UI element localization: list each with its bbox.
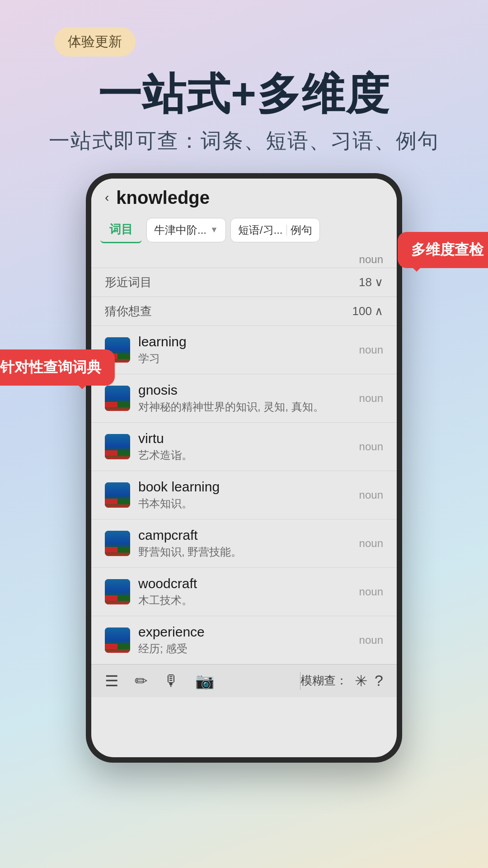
word-chinese: 学习 <box>138 351 351 366</box>
word-english: woodcraft <box>138 576 351 591</box>
hero-section: 一站式+多维度 一站式即可查：词条、短语、习语、例句 <box>0 70 488 155</box>
dictionary-label: 牛津中阶... <box>154 223 206 237</box>
word-english: learning <box>138 334 351 349</box>
fuzzy-search-label: 模糊查： <box>300 673 347 689</box>
hero-subtitle: 一站式即可查：词条、短语、习语、例句 <box>27 127 461 155</box>
word-item-campcraft[interactable]: campcraft 野营知识, 野营技能。 noun <box>91 519 397 567</box>
word-item-gnosis[interactable]: gnosis 对神秘的精神世界的知识, 灵知, 真知。 noun <box>91 374 397 422</box>
guess-words-title: 猜你想查 <box>105 303 152 319</box>
word-content-gnosis: gnosis 对神秘的精神世界的知识, 灵知, 真知。 <box>138 382 351 414</box>
phone-mockup: ‹ knowledge 词目 牛津中阶... ▼ 短语/习... 例句 noun <box>86 173 402 763</box>
word-content-learning: learning 学习 <box>138 334 351 366</box>
tab-dictionary-dropdown[interactable]: 牛津中阶... ▼ <box>146 218 226 242</box>
word-chinese: 经历; 感受 <box>138 642 351 656</box>
dropdown-arrow: ▼ <box>210 225 218 235</box>
word-pos: noun <box>359 585 383 598</box>
word-item-book-learning[interactable]: book learning 书本知识。 noun <box>91 471 397 519</box>
word-english: virtu <box>138 431 351 446</box>
word-content-experience: experience 经历; 感受 <box>138 624 351 656</box>
phone-wrapper: 多维度查检 针对性查询词典 ‹ knowledge 词目 牛津中阶... ▼ 短… <box>0 173 488 763</box>
similar-words-count: 18 ∨ <box>359 275 383 289</box>
camera-icon[interactable]: 📷 <box>195 672 214 690</box>
similar-words-header[interactable]: 形近词目 18 ∨ <box>91 268 397 297</box>
word-list: learning 学习 noun gnosis 对神秘的精神世界的知识, 灵知,… <box>91 326 397 664</box>
phrase-label: 短语/习... <box>238 223 283 237</box>
toolbar-right: 模糊查： ✳ ? <box>300 672 383 690</box>
word-icon-gnosis <box>105 386 130 411</box>
tooltip-multidimension: 多维度查检 <box>398 232 488 268</box>
guess-words-header[interactable]: 猜你想查 100 ∧ <box>91 297 397 326</box>
edit-icon[interactable]: ✏ <box>135 672 147 690</box>
word-pos: noun <box>359 489 383 501</box>
hero-title: 一站式+多维度 <box>27 70 461 118</box>
menu-icon[interactable]: ☰ <box>105 672 118 690</box>
word-pos: noun <box>359 440 383 453</box>
phone-screen: ‹ knowledge 词目 牛津中阶... ▼ 短语/习... 例句 noun <box>91 179 397 757</box>
word-content-virtu: virtu 艺术造诣。 <box>138 431 351 462</box>
word-icon-virtu <box>105 434 130 459</box>
word-item-experience[interactable]: experience 经历; 感受 noun <box>91 616 397 664</box>
word-chinese: 书本知识。 <box>138 496 351 511</box>
word-content-campcraft: campcraft 野营知识, 野营技能。 <box>138 528 351 559</box>
word-item-woodcraft[interactable]: woodcraft 木工技术。 noun <box>91 567 397 616</box>
phone-topbar: ‹ knowledge <box>91 179 397 212</box>
tab-cidiao[interactable]: 词目 <box>100 217 142 243</box>
word-content-book-learning: book learning 书本知识。 <box>138 479 351 511</box>
search-word-display: knowledge <box>116 188 383 208</box>
back-button[interactable]: ‹ <box>105 190 109 205</box>
toolbar-left: ☰ ✏ 🎙 📷 <box>105 672 300 690</box>
word-english: book learning <box>138 479 351 495</box>
word-chinese: 野营知识, 野营技能。 <box>138 545 351 559</box>
guess-words-count: 100 ∧ <box>352 304 383 318</box>
word-chinese: 对神秘的精神世界的知识, 灵知, 真知。 <box>138 400 351 414</box>
word-content-woodcraft: woodcraft 木工技术。 <box>138 576 351 608</box>
word-pos: noun <box>359 344 383 356</box>
example-label: 例句 <box>291 223 312 237</box>
word-chinese: 艺术造诣。 <box>138 448 351 462</box>
tooltip-targeted-search: 针对性查询词典 <box>0 349 115 386</box>
phone-toolbar: ☰ ✏ 🎙 📷 模糊查： ✳ ? <box>91 664 397 697</box>
word-chinese: 木工技术。 <box>138 593 351 608</box>
microphone-icon[interactable]: 🎙 <box>164 672 179 689</box>
experience-badge: 体验更新 <box>54 27 136 57</box>
help-icon[interactable]: ? <box>375 672 383 689</box>
similar-words-title: 形近词目 <box>105 274 152 290</box>
word-icon-experience <box>105 627 130 653</box>
word-english: experience <box>138 624 351 640</box>
word-icon-woodcraft <box>105 579 130 604</box>
word-item-virtu[interactable]: virtu 艺术造诣。 noun <box>91 422 397 471</box>
word-icon-book-learning <box>105 482 130 508</box>
word-english: campcraft <box>138 528 351 543</box>
asterisk-icon[interactable]: ✳ <box>355 672 367 690</box>
word-pos: noun <box>359 634 383 646</box>
word-pos: noun <box>359 392 383 405</box>
tabs-row: 词目 牛津中阶... ▼ 短语/习... 例句 <box>91 212 397 250</box>
pos-label-top: noun <box>91 250 397 268</box>
tab-phrase-idiom[interactable]: 短语/习... 例句 <box>230 218 320 242</box>
word-english: gnosis <box>138 382 351 398</box>
tab-divider <box>286 225 287 236</box>
word-icon-campcraft <box>105 531 130 556</box>
word-pos: noun <box>359 537 383 550</box>
word-item-learning[interactable]: learning 学习 noun <box>91 326 397 374</box>
